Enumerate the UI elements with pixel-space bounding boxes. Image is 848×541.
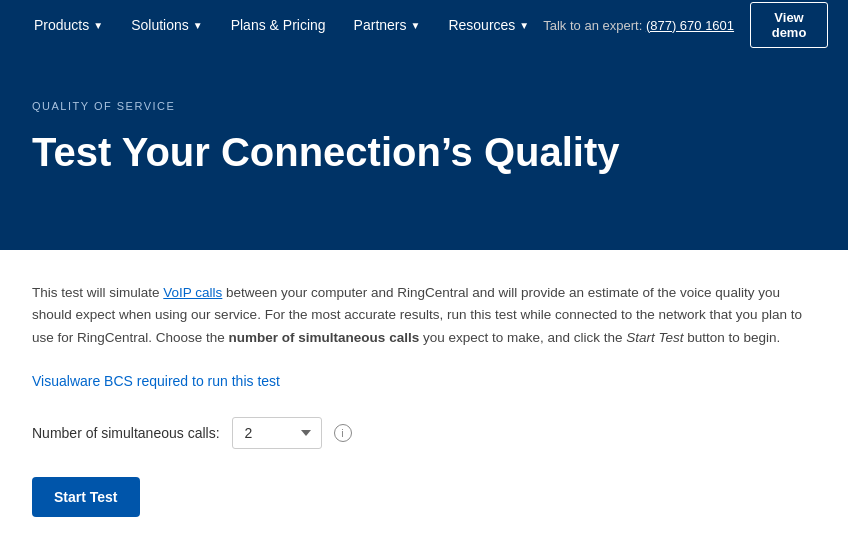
calls-form-row: Number of simultaneous calls: 1 2 3 4 5 … — [32, 417, 816, 449]
nav-solutions-label: Solutions — [131, 17, 189, 33]
nav-right: Talk to an expert: (877) 670 1601 View d… — [543, 2, 828, 48]
desc-part3: you expect to make, and click the — [419, 330, 626, 345]
hero-eyebrow: QUALITY OF SERVICE — [32, 100, 816, 112]
calls-label: Number of simultaneous calls: — [32, 425, 220, 441]
navigation: Products ▼ Solutions ▼ Plans & Pricing P… — [0, 0, 848, 50]
expert-phone[interactable]: (877) 670 1601 — [646, 18, 734, 33]
nav-partners-label: Partners — [354, 17, 407, 33]
desc-part1: This test will simulate — [32, 285, 163, 300]
expert-text: Talk to an expert: (877) 670 1601 — [543, 18, 734, 33]
start-test-button[interactable]: Start Test — [32, 477, 140, 517]
calls-select[interactable]: 1 2 3 4 5 — [232, 417, 322, 449]
desc-italic: Start Test — [626, 330, 683, 345]
nav-item-solutions[interactable]: Solutions ▼ — [117, 0, 217, 50]
nav-left: Products ▼ Solutions ▼ Plans & Pricing P… — [20, 0, 543, 50]
desc-bold: number of simultaneous calls — [229, 330, 420, 345]
nav-solutions-chevron: ▼ — [193, 20, 203, 31]
bcs-link[interactable]: Visualware BCS required to run this test — [32, 373, 280, 389]
nav-item-plans[interactable]: Plans & Pricing — [217, 0, 340, 50]
nav-resources-label: Resources — [448, 17, 515, 33]
nav-item-partners[interactable]: Partners ▼ — [340, 0, 435, 50]
nav-plans-label: Plans & Pricing — [231, 17, 326, 33]
voip-link[interactable]: VoIP calls — [163, 285, 222, 300]
nav-products-label: Products — [34, 17, 89, 33]
nav-item-products[interactable]: Products ▼ — [20, 0, 117, 50]
nav-resources-chevron: ▼ — [519, 20, 529, 31]
hero-section: QUALITY OF SERVICE Test Your Connection’… — [0, 50, 848, 250]
view-demo-button[interactable]: View demo — [750, 2, 828, 48]
description-text: This test will simulate VoIP calls betwe… — [32, 282, 816, 349]
nav-products-chevron: ▼ — [93, 20, 103, 31]
hero-title: Test Your Connection’s Quality — [32, 128, 632, 176]
nav-item-resources[interactable]: Resources ▼ — [434, 0, 543, 50]
main-content: This test will simulate VoIP calls betwe… — [0, 250, 848, 541]
nav-partners-chevron: ▼ — [411, 20, 421, 31]
desc-part4: button to begin. — [684, 330, 781, 345]
info-icon[interactable]: i — [334, 424, 352, 442]
